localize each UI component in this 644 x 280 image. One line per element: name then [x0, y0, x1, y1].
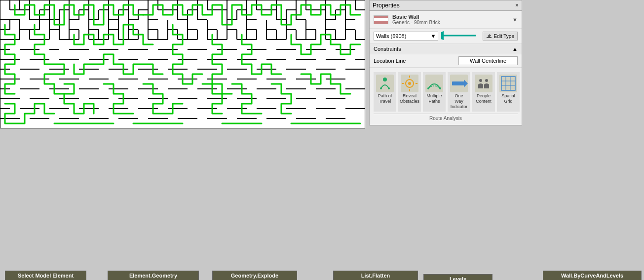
close-button[interactable]: × [515, 2, 519, 9]
wall-type-info: Basic Wall Generic - 90mm Brick [392, 14, 510, 25]
svg-point-257 [439, 87, 441, 89]
element-geometry-header: Element.Geometry [108, 271, 198, 280]
wall-type-name: Basic Wall [392, 14, 510, 20]
people-content-button[interactable]: PeopleContent [472, 72, 495, 112]
geometry-explode-node: Geometry.Explode geometry Geometry[] AUT… [212, 271, 297, 280]
edit-icon [486, 33, 492, 39]
path-of-travel-label: Path ofTravel [378, 93, 392, 104]
route-icons-row: Path ofTravel RevealObstacles [374, 72, 518, 112]
list-flatten-node: List.Flatten list list amount AUTO [333, 271, 418, 280]
one-way-indicator-button[interactable]: One WayIndicator [448, 72, 470, 112]
location-line-row: Location Line Wall Centerline [370, 54, 522, 68]
svg-point-246 [380, 87, 382, 89]
properties-title: Properties [373, 2, 400, 9]
maze-viewport [0, 0, 365, 128]
path-of-travel-icon [376, 75, 394, 92]
constraints-label: Constraints [374, 46, 401, 52]
svg-point-250 [408, 82, 411, 85]
one-way-indicator-icon [450, 75, 468, 92]
list-flatten-header: List.Flatten [334, 271, 417, 280]
edit-type-label: Edit Type [493, 34, 514, 39]
spatial-grid-icon [499, 75, 517, 92]
constraints-expand-icon[interactable]: ▲ [512, 46, 518, 52]
multiple-paths-button[interactable]: MultiplePaths [423, 72, 446, 112]
svg-point-263 [485, 79, 488, 82]
people-content-icon [475, 75, 492, 92]
location-line-label: Location Line [374, 58, 406, 64]
svg-rect-259 [452, 81, 466, 85]
reveal-obstacles-label: RevealObstacles [400, 93, 419, 104]
svg-point-262 [479, 79, 482, 82]
svg-rect-244 [376, 75, 394, 92]
wall-type-row: Basic Wall Generic - 90mm Brick ▼ [370, 11, 522, 29]
route-analysis-area: Path ofTravel RevealObstacles [370, 68, 522, 125]
multiple-paths-label: MultiplePaths [426, 93, 442, 104]
svg-point-245 [383, 78, 387, 81]
reveal-obstacles-button[interactable]: RevealObstacles [398, 72, 421, 112]
teal-arrow-indicator [441, 31, 481, 40]
multiple-paths-icon [425, 75, 443, 92]
properties-panel: Properties × Basic Wall Generic - 90mm B… [369, 0, 522, 125]
path-of-travel-button[interactable]: Path ofTravel [374, 72, 396, 112]
route-analysis-label: Route Analysis [374, 114, 518, 121]
select-model-element-header: Select Model Element [5, 271, 86, 280]
element-geometry-node: Element.Geometry element var[] AUTO [108, 271, 199, 280]
levels1-node: Levels Level 1 Level 2 Levels [423, 274, 492, 280]
geometry-explode-header: Geometry.Explode [213, 271, 297, 280]
reveal-obstacles-icon [401, 75, 418, 92]
levels1-header: Levels [424, 275, 492, 280]
svg-point-247 [388, 87, 390, 89]
walls-dropdown-chevron: ▼ [431, 33, 436, 39]
location-line-value[interactable]: Wall Centerline [458, 56, 518, 65]
one-way-indicator-label: One WayIndicator [450, 93, 468, 109]
wall-type-sub: Generic - 90mm Brick [392, 20, 510, 25]
wall-type-swatch [374, 15, 388, 24]
connections-svg [0, 133, 644, 280]
select-model-element-node: Select Model Element Select Element Elem… [5, 271, 86, 280]
node-graph-area: Select Model Element Select Element Elem… [0, 133, 644, 280]
walls-selector-row: Walls (6908) ▼ Edit Type [370, 29, 522, 44]
spatial-grid-label: SpatialGrid [501, 93, 515, 104]
walls-count-label: Walls (6908) [376, 33, 406, 39]
svg-rect-264 [499, 75, 517, 92]
properties-header: Properties × [370, 0, 522, 11]
walls-dropdown[interactable]: Walls (6908) ▼ [374, 32, 438, 40]
constraints-row: Constraints ▲ [370, 44, 522, 54]
svg-rect-261 [475, 75, 492, 92]
spatial-grid-button[interactable]: SpatialGrid [497, 72, 520, 112]
people-content-label: PeopleContent [476, 93, 492, 104]
svg-point-256 [427, 87, 429, 89]
wall-type-dropdown-arrow[interactable]: ▼ [512, 17, 518, 23]
edit-type-button[interactable]: Edit Type [483, 32, 518, 40]
